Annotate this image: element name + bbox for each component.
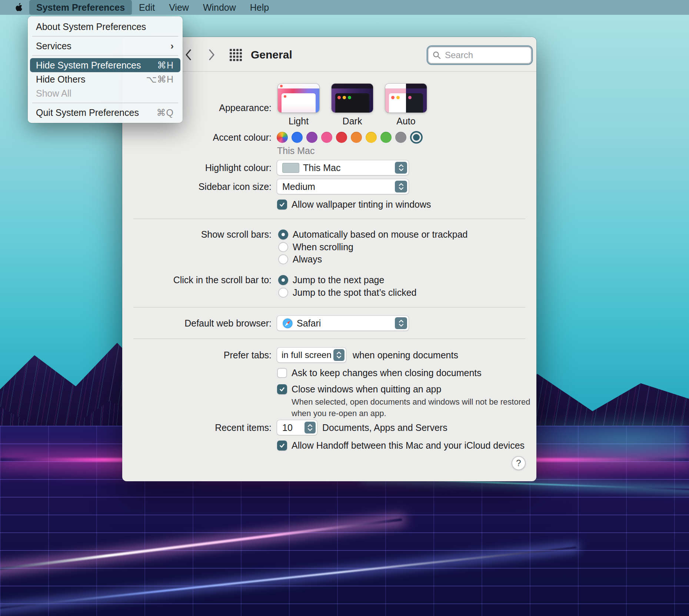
close-windows-note: When selected, open documents and window… [292,396,536,419]
appearance-light-label: Light [278,116,319,127]
close-windows-label: Close windows when quitting an app [292,384,441,395]
menu-item-services[interactable]: Services › [28,39,183,53]
menu-window[interactable]: Window [196,0,243,15]
highlight-swatch [282,163,299,173]
apple-icon [15,3,23,13]
check-icon [279,442,285,449]
menu-item-hide-others[interactable]: Hide Others ⌥⌘H [28,72,183,86]
thumb-dot [348,96,351,99]
search-input[interactable] [444,50,528,61]
default-browser-popup[interactable]: Safari [277,316,409,331]
system-preferences-window: General Appearance: [122,37,536,481]
accent-pink[interactable] [321,132,332,143]
appearance-option-dark[interactable] [332,84,373,113]
accent-colour-dots [277,131,423,144]
section-divider [133,307,525,308]
menu-item-label: Hide Others [36,74,85,85]
accent-selected[interactable] [410,131,423,144]
menu-separator [32,55,178,56]
menu-edit[interactable]: Edit [132,0,162,15]
menu-help[interactable]: Help [243,0,276,15]
menu-bar: System Preferences Edit View Window Help [0,0,689,15]
radio-jump-next-page[interactable] [278,275,288,285]
menu-item-hide-system-preferences[interactable]: Hide System Preferences ⌘H [30,58,180,72]
thumb-dot [396,96,400,99]
thumb-dot [408,96,412,99]
accent-blue[interactable] [292,132,303,143]
chevron-right-icon: › [170,40,174,52]
radio-scrollbars-always[interactable] [278,254,288,264]
menu-system-preferences[interactable]: System Preferences [29,0,132,15]
recent-items-label: Recent items: [122,422,272,433]
thumb-menubar [385,84,427,88]
search-field[interactable] [428,47,532,64]
radio-scrollbars-always-label: Always [293,254,322,265]
appearance-option-light[interactable] [278,84,319,113]
menu-item-about[interactable]: About System Preferences [28,20,183,34]
safari-icon [282,318,293,329]
thumb-menubar [278,84,319,88]
check-icon [279,386,285,392]
thumb-dot [337,96,341,99]
thumb-menubar [332,84,373,88]
search-icon [432,51,441,60]
sidebar-size-label: Sidebar icon size: [122,181,272,192]
back-button[interactable] [183,48,194,61]
accent-yellow[interactable] [366,132,377,143]
menu-item-quit[interactable]: Quit System Preferences ⌘Q [28,106,183,120]
menu-separator [32,36,178,37]
page-title: General [251,48,292,61]
thumb-dot [391,96,395,99]
prefer-tabs-suffix: when opening documents [353,349,458,361]
radio-scrollbars-auto-label: Automatically based on mouse or trackpad [293,229,467,240]
menu-view[interactable]: View [162,0,196,15]
menu-item-label: Quit System Preferences [36,107,139,118]
appearance-dark-label: Dark [332,116,373,127]
highlight-colour-popup[interactable]: This Mac [277,160,409,175]
accent-red[interactable] [336,132,347,143]
accent-purple[interactable] [306,132,317,143]
handoff-label: Allow Handoff between this Mac and your … [292,440,525,451]
radio-jump-to-spot-label: Jump to the spot that’s clicked [293,287,416,298]
wallpaper-tinting-checkbox[interactable] [277,200,287,210]
radio-scrollbars-when-scrolling[interactable] [278,242,288,252]
handoff-checkbox[interactable] [277,441,287,451]
recent-items-popup[interactable]: 10 [277,420,317,435]
prefer-tabs-label: Prefer tabs: [122,349,272,361]
menu-shortcut: ⌥⌘H [146,74,174,85]
menu-item-show-all: Show All [28,86,183,100]
recent-items-value: 10 [282,422,293,433]
radio-jump-to-spot[interactable] [278,288,288,298]
desktop: General Appearance: [0,0,689,616]
chevron-left-icon [184,48,193,61]
section-divider [133,338,525,339]
close-windows-checkbox[interactable] [277,384,287,394]
recent-items-suffix: Documents, Apps and Servers [322,422,447,433]
ask-keep-changes-checkbox[interactable] [277,368,287,378]
stepper-icon [304,422,316,433]
apple-menu[interactable] [9,0,29,15]
help-button[interactable]: ? [512,456,526,470]
highlight-colour-label: Highlight colour: [122,162,272,173]
sidebar-size-popup[interactable]: Medium [277,179,409,194]
thumb-dot [343,96,346,99]
radio-scrollbars-when-scrolling-label: When scrolling [293,241,353,252]
radio-scrollbars-auto[interactable] [278,230,288,240]
wallpaper-tinting-label: Allow wallpaper tinting in windows [292,199,431,210]
prefer-tabs-popup[interactable]: in full screen [277,348,346,362]
appearance-option-auto[interactable] [385,84,427,113]
ask-keep-changes-label: Ask to keep changes when closing documen… [292,367,482,378]
toolbar-separator [122,71,536,72]
menu-item-label: Hide System Preferences [36,60,141,71]
accent-note: This Mac [277,145,314,156]
accent-green[interactable] [380,132,392,143]
forward-button[interactable] [206,48,217,61]
menu-separator [32,103,178,103]
stepper-icon [395,181,407,192]
accent-multicolour[interactable] [277,132,288,143]
accent-orange[interactable] [351,132,362,143]
accent-graphite[interactable] [395,132,406,143]
stepper-icon [333,349,344,361]
show-all-grid-icon[interactable] [230,49,242,61]
prefer-tabs-value: in full screen [282,350,332,360]
